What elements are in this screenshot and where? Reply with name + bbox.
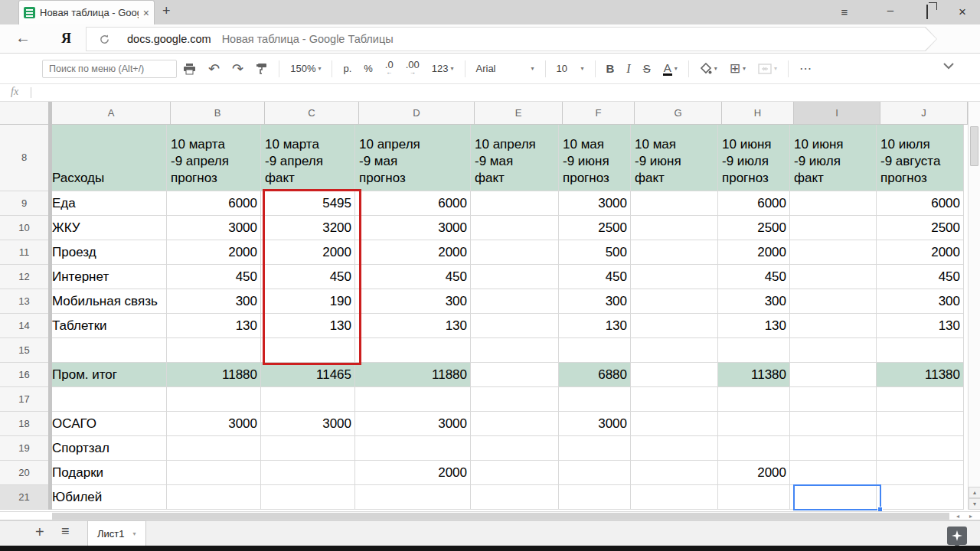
cell-F18[interactable]: 3000 [559, 412, 631, 436]
font-family-select[interactable]: Arial▾ [470, 59, 541, 79]
menu-search-input[interactable] [42, 60, 177, 78]
cell-C20[interactable] [261, 461, 355, 485]
cell-F10[interactable]: 2500 [559, 216, 631, 240]
cell-A20[interactable]: Подарки [48, 461, 167, 485]
cell-C18[interactable]: 3000 [261, 412, 355, 436]
add-sheet-button[interactable]: + [35, 523, 44, 541]
cell-A11[interactable]: Проезд [48, 240, 167, 265]
cell-D11[interactable]: 2000 [355, 240, 471, 265]
column-header-G[interactable]: G [635, 102, 722, 125]
back-button[interactable]: ← [15, 29, 31, 47]
cell-C21[interactable] [261, 485, 355, 510]
cell-G13[interactable] [631, 289, 718, 314]
cell-I16[interactable] [790, 363, 877, 387]
cell-J16[interactable]: 11380 [877, 363, 964, 387]
sheet-tab-active[interactable]: Лист1 ▾ [87, 520, 146, 546]
cell-J8[interactable]: 10 июля-9 августапрогноз [877, 125, 964, 191]
new-tab-button[interactable]: + [162, 3, 171, 19]
cell-J21[interactable] [877, 485, 964, 510]
cell-G9[interactable] [631, 191, 718, 216]
cell-G12[interactable] [631, 265, 718, 289]
restore-button[interactable] [917, 4, 937, 21]
zoom-select[interactable]: 150%▾ [284, 59, 327, 79]
cell-E14[interactable] [471, 314, 559, 338]
row-header-18[interactable]: 18 [0, 412, 48, 436]
cell-F11[interactable]: 500 [559, 240, 631, 265]
cell-D9[interactable]: 6000 [355, 191, 471, 216]
cell-C11[interactable]: 2000 [261, 240, 355, 265]
cell-G8[interactable]: 10 мая-9 июняфакт [631, 125, 718, 191]
cell-E13[interactable] [471, 289, 559, 314]
cell-H14[interactable]: 130 [718, 314, 790, 338]
column-header-F[interactable]: F [563, 102, 635, 125]
cell-H13[interactable]: 300 [718, 289, 790, 314]
cell-H21[interactable] [718, 485, 790, 510]
scroll-down-button[interactable]: ▾ [969, 498, 980, 510]
merge-cells-button[interactable]: ▾ [752, 59, 783, 79]
cell-B19[interactable] [167, 436, 261, 461]
close-window-button[interactable]: × [952, 4, 972, 21]
cell-H11[interactable]: 2000 [718, 240, 790, 265]
cell-G10[interactable] [631, 216, 718, 240]
cell-B8[interactable]: 10 марта-9 апреляпрогноз [167, 125, 261, 191]
currency-format-button[interactable]: р. [337, 59, 358, 79]
cell-A21[interactable]: Юбилей [48, 485, 167, 510]
cell-F8[interactable]: 10 мая-9 июняпрогноз [559, 125, 631, 191]
cell-E8[interactable]: 10 апреля-9 маяфакт [471, 125, 559, 191]
cell-E16[interactable] [471, 363, 559, 387]
cell-A15[interactable] [48, 338, 167, 363]
cell-G18[interactable] [631, 412, 718, 436]
row-header-16[interactable]: 16 [0, 363, 48, 387]
cell-A10[interactable]: ЖКУ [48, 216, 167, 240]
borders-button[interactable]: ⊞ ▾ [724, 59, 752, 79]
cell-A17[interactable] [48, 387, 167, 412]
cell-H18[interactable] [718, 412, 790, 436]
minimize-button[interactable]: – [880, 4, 900, 21]
horizontal-scrollbar-thumb[interactable] [52, 513, 949, 520]
increase-decimal-button[interactable]: .00→ [400, 59, 426, 79]
cell-E20[interactable] [471, 461, 559, 485]
undo-button[interactable]: ↶ [202, 59, 226, 79]
strikethrough-button[interactable]: S [637, 59, 657, 79]
cell-B11[interactable]: 2000 [167, 240, 261, 265]
cell-I9[interactable] [790, 191, 877, 216]
row-header-15[interactable]: 15 [0, 338, 48, 363]
cell-H9[interactable]: 6000 [718, 191, 790, 216]
text-color-button[interactable]: A▾ [657, 59, 684, 79]
cell-C14[interactable]: 130 [261, 314, 355, 338]
cell-F13[interactable]: 300 [559, 289, 631, 314]
cell-F15[interactable] [559, 338, 631, 363]
bold-button[interactable]: B [600, 59, 621, 79]
cell-G21[interactable] [631, 485, 718, 510]
cell-H19[interactable] [718, 436, 790, 461]
cell-J9[interactable]: 6000 [877, 191, 964, 216]
percent-format-button[interactable]: % [358, 59, 379, 79]
cell-J10[interactable]: 2500 [877, 216, 964, 240]
cell-F14[interactable]: 130 [559, 314, 631, 338]
cell-H20[interactable]: 2000 [718, 461, 790, 485]
row-header-8[interactable]: 8 [0, 125, 48, 191]
cell-D15[interactable] [355, 338, 471, 363]
cell-G19[interactable] [631, 436, 718, 461]
cell-B16[interactable]: 11880 [167, 363, 261, 387]
cell-C10[interactable]: 3200 [261, 216, 355, 240]
cell-A9[interactable]: Еда [48, 191, 167, 216]
cell-D12[interactable]: 450 [355, 265, 471, 289]
cell-F21[interactable] [559, 485, 631, 510]
cell-G20[interactable] [631, 461, 718, 485]
cell-I15[interactable] [790, 338, 877, 363]
cell-E11[interactable] [471, 240, 559, 265]
cell-D18[interactable]: 3000 [355, 412, 471, 436]
cell-I11[interactable] [790, 240, 877, 265]
cell-H12[interactable]: 450 [718, 265, 790, 289]
cell-D14[interactable]: 130 [355, 314, 471, 338]
more-tools-button[interactable]: ⋯ [793, 59, 818, 79]
cell-A14[interactable]: Таблетки [48, 314, 167, 338]
cell-B14[interactable]: 130 [167, 314, 261, 338]
cell-B15[interactable] [167, 338, 261, 363]
cell-B10[interactable]: 3000 [167, 216, 261, 240]
cell-A19[interactable]: Спортзал [48, 436, 167, 461]
cell-C12[interactable]: 450 [261, 265, 355, 289]
cell-J20[interactable] [877, 461, 964, 485]
cell-F9[interactable]: 3000 [559, 191, 631, 216]
